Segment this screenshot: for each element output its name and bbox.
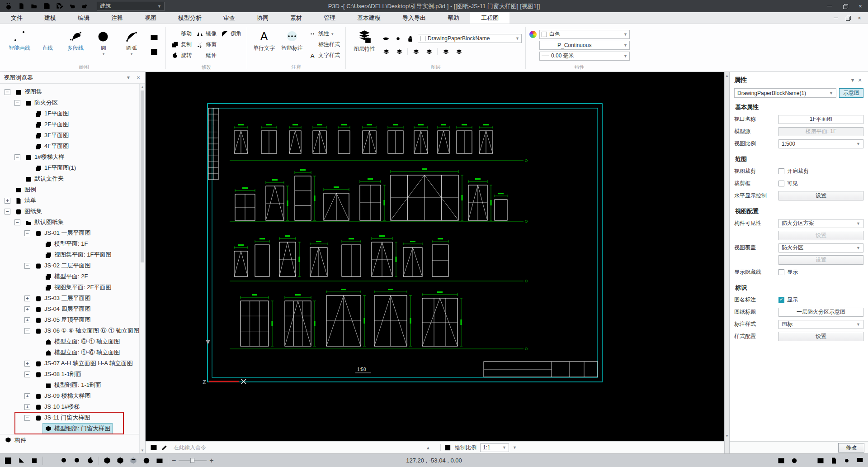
line-button[interactable]: 直线 [34, 27, 61, 62]
tree-item[interactable]: −JS-02 二层平面图 [0, 260, 145, 271]
name-annotation-checkbox[interactable] [778, 297, 784, 303]
sheet-icon[interactable] [829, 456, 838, 465]
save-button[interactable] [42, 2, 52, 11]
collapse-icon[interactable]: − [5, 209, 10, 214]
layer-lock-icon[interactable] [406, 33, 415, 44]
layer-visibility-icon[interactable] [381, 33, 390, 44]
tree-item[interactable]: −2F平面图 [0, 119, 145, 130]
shaded-icon[interactable] [129, 456, 138, 465]
layer-properties-button[interactable]: 图层特性 [349, 27, 379, 62]
viewport-name-input[interactable]: 1F平面图 [778, 115, 863, 124]
scroll-down-icon[interactable]: ▼ [140, 448, 145, 453]
object-color-select[interactable]: 白色 ▼ [539, 30, 630, 39]
tree-item[interactable]: −视图集 [0, 86, 145, 97]
move-button[interactable]: 移动 [170, 29, 193, 39]
crosshair-icon[interactable] [790, 456, 799, 465]
tree-item[interactable]: −模型细部: 门窗大样图 [0, 423, 145, 434]
tree-item[interactable]: +JS-07 A-H 轴立面图 H-A 轴立面图 [0, 358, 145, 369]
tree-item[interactable]: −1F平面图 [0, 108, 145, 119]
crop-frame-checkbox[interactable] [778, 181, 784, 186]
splitter-up-icon[interactable]: ▲ [725, 74, 729, 78]
wireframe-icon[interactable] [103, 456, 112, 465]
layer-state-icon-2[interactable] [394, 46, 404, 57]
restore-button[interactable] [837, 0, 853, 12]
scrollbar-thumb[interactable] [141, 91, 144, 262]
menu-item-审查[interactable]: 审查 [212, 12, 246, 24]
horizontal-display-settings-button[interactable]: 设置 [778, 191, 863, 200]
doc-minimize-button[interactable] [830, 13, 842, 23]
grid-icon[interactable] [4, 456, 13, 465]
collapse-icon[interactable]: − [24, 263, 30, 269]
arc-button[interactable]: 圆弧▾ [118, 27, 145, 62]
panel-close-button[interactable]: ✕ [856, 77, 863, 83]
component-visibility-select[interactable]: 防火分区方案▼ [778, 219, 863, 228]
scroll-up-icon[interactable]: ▲ [140, 84, 145, 90]
pan-icon[interactable] [47, 456, 56, 465]
tree-item[interactable]: −防火分区 [0, 97, 145, 108]
tree-item[interactable]: −JS-11 门窗大样图 [0, 412, 145, 423]
object-type-select[interactable]: DrawingPaperBlockName(1) ▼ [734, 88, 836, 98]
tree-item[interactable]: +JS-09 楼梯大样图 [0, 391, 145, 401]
smart-dimension-button[interactable]: 智能标注 [279, 27, 305, 62]
panel-menu-button[interactable]: ▼ [125, 75, 132, 80]
open-file-button[interactable] [29, 2, 39, 11]
command-history-toggle[interactable]: ▲ [426, 445, 430, 450]
chamfer-button[interactable]: 倒角 [219, 29, 243, 39]
doc-restore-button[interactable] [842, 13, 854, 23]
redo-button[interactable] [80, 2, 90, 11]
tree-item[interactable]: −视图集平面: 1F平面图 [0, 249, 145, 260]
osnap-icon[interactable] [30, 456, 39, 465]
linear-dimension-button[interactable]: 线性▾ [307, 29, 342, 39]
viewports-icon[interactable] [777, 456, 786, 465]
zoom-slider-handle[interactable] [190, 458, 194, 463]
splitter-down-icon[interactable]: ▼ [725, 434, 729, 438]
tree-item[interactable]: −模型剖面: 1-1剖面 [0, 380, 145, 391]
menu-item-工程图[interactable]: 工程图 [470, 12, 509, 24]
tree-item[interactable]: −视图集平面: 2F平面图 [0, 282, 145, 293]
crop-checkbox[interactable] [778, 168, 784, 174]
tree-item[interactable]: −JS-08 1-1剖面 [0, 369, 145, 380]
tree-item[interactable]: −模型立面: ⑥-① 轴立面图 [0, 336, 145, 347]
menu-item-协同[interactable]: 协同 [246, 12, 279, 24]
layer-freeze-icon[interactable] [393, 33, 402, 44]
panel-splitter[interactable]: ▲ ▼ [724, 72, 730, 453]
trim-button[interactable]: 修剪 [194, 39, 218, 50]
components-section[interactable]: 构件 [0, 434, 145, 446]
mirror-button[interactable]: 镜像 [194, 29, 218, 39]
expand-icon[interactable]: + [5, 198, 10, 204]
gear-icon[interactable] [842, 456, 851, 465]
tree-item[interactable]: −模型平面: 1F [0, 238, 145, 249]
save-as-button[interactable] [54, 2, 64, 11]
tree-item[interactable]: −1F平面图(1) [0, 162, 145, 173]
collapse-icon[interactable]: − [14, 100, 20, 106]
expand-icon[interactable]: + [24, 306, 30, 312]
expand-icon[interactable]: + [24, 393, 30, 399]
tree-item[interactable]: −4F平面图 [0, 141, 145, 152]
menu-item-编辑[interactable]: 编辑 [67, 12, 100, 24]
menu-item-注释[interactable]: 注释 [100, 12, 134, 24]
monitor-icon[interactable] [855, 456, 864, 465]
menu-item-视图[interactable]: 视图 [134, 12, 167, 24]
tree-item[interactable]: −默认图纸集 [0, 217, 145, 228]
collapse-icon[interactable]: − [24, 230, 30, 236]
sheet-title-input[interactable]: 一层防火分区示意图 [778, 308, 863, 317]
expand-icon[interactable]: + [24, 295, 30, 301]
linetype-select[interactable]: P_Continuous ▼ [539, 41, 630, 50]
dimension-style-button[interactable]: 标注样式 [307, 39, 342, 50]
copy-button[interactable]: 复制 [170, 39, 193, 50]
layer-state-icon-3[interactable] [411, 46, 421, 57]
polyline-button[interactable]: 多段线 [62, 27, 89, 62]
command-input[interactable]: 在此输入命令 [174, 444, 206, 452]
dimension-style-select[interactable]: 国标▼ [778, 320, 863, 329]
collapse-icon[interactable]: − [24, 328, 30, 334]
draw-scale-select[interactable]: 1:1 ▼ [480, 443, 509, 452]
view-override-select[interactable]: 防火分区▼ [778, 243, 863, 253]
override-settings-button[interactable]: 设置 [778, 255, 863, 265]
menu-item-帮助[interactable]: 帮助 [437, 12, 470, 24]
circle-button[interactable]: 圆▾ [90, 27, 117, 62]
minimize-button[interactable] [822, 0, 837, 12]
hidden-lines-checkbox[interactable] [778, 269, 784, 275]
tree-item[interactable]: −3F平面图 [0, 130, 145, 141]
schematic-button[interactable]: 示意图 [839, 88, 863, 98]
workspace-select[interactable]: 建筑 ▼ [97, 2, 165, 11]
